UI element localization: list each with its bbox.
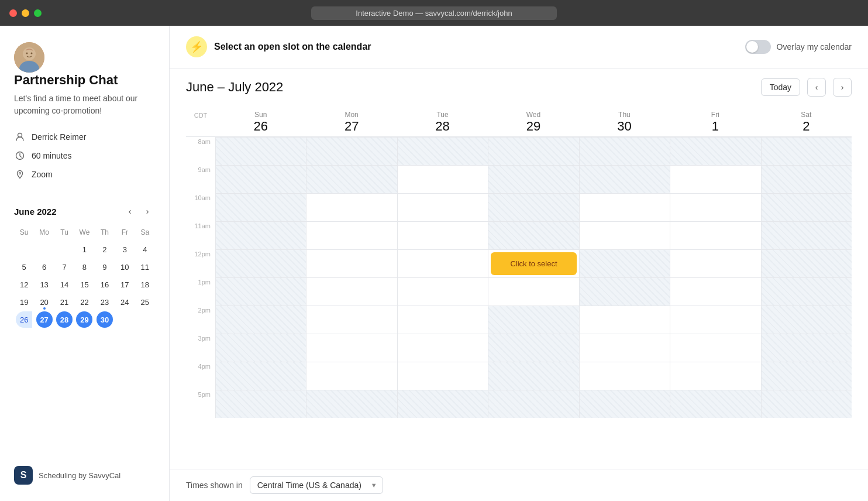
time-12pm: 12pm xyxy=(186,249,215,277)
mini-cal-next[interactable]: › xyxy=(140,204,155,219)
mini-cal-day[interactable]: 4 xyxy=(137,241,153,258)
mini-cal-day[interactable]: 22 xyxy=(76,294,92,310)
window-controls xyxy=(9,9,42,17)
cell-tue-12pm[interactable] xyxy=(397,249,488,277)
cell-mon-11am[interactable] xyxy=(306,221,397,249)
cell-fri-10am[interactable] xyxy=(670,193,760,221)
mini-cal-day[interactable]: 25 xyxy=(137,294,153,310)
cell-thu-10am[interactable] xyxy=(579,193,670,221)
avatar xyxy=(14,42,44,73)
mini-cal-header: June 2022 ‹ › xyxy=(14,204,155,219)
timezone-select[interactable]: Central Time (US & Canada) Eastern Time … xyxy=(250,476,383,494)
cell-mon-4pm[interactable] xyxy=(306,362,397,390)
cell-tue-1pm[interactable] xyxy=(397,277,488,306)
cell-tue-11am[interactable] xyxy=(397,221,488,249)
click-to-select-button[interactable]: Click to select xyxy=(491,252,576,275)
cell-fri-3pm[interactable] xyxy=(670,334,760,362)
mini-cal-day xyxy=(36,241,53,258)
url-bar[interactable]: Interactive Demo — savvycal.com/derrick/… xyxy=(311,6,557,20)
cell-wed-8am xyxy=(488,137,578,165)
toggle-knob xyxy=(746,41,758,53)
cell-tue-4pm[interactable] xyxy=(397,362,488,390)
mini-cal-day[interactable]: 12 xyxy=(16,276,32,293)
cell-sun-10am xyxy=(215,193,306,221)
mini-cal-day-30[interactable]: 30 xyxy=(97,311,113,328)
cell-fri-4pm[interactable] xyxy=(670,362,760,390)
cell-wed-12pm[interactable]: Click to select xyxy=(488,249,578,277)
mini-cal-day-20[interactable]: 20 xyxy=(36,294,53,310)
cell-wed-4pm xyxy=(488,362,578,390)
maximize-dot[interactable] xyxy=(34,9,42,17)
cell-mon-12pm[interactable] xyxy=(306,249,397,277)
cell-thu-2pm[interactable] xyxy=(579,306,670,334)
cell-wed-1pm[interactable] xyxy=(488,277,578,306)
cell-sun-3pm xyxy=(215,334,306,362)
cell-tue-2pm[interactable] xyxy=(397,306,488,334)
overlay-switch[interactable] xyxy=(745,40,771,54)
cell-sun-1pm xyxy=(215,277,306,306)
minimize-dot[interactable] xyxy=(22,9,29,17)
mini-cal-title: June 2022 xyxy=(14,207,57,217)
savvycal-logo: S xyxy=(14,466,33,485)
mini-cal-day[interactable]: 18 xyxy=(137,276,153,293)
cell-sat-12pm xyxy=(761,249,852,277)
time-4pm: 4pm xyxy=(186,362,215,390)
calendar-footer: Times shown in Central Time (US & Canada… xyxy=(170,469,868,501)
mini-cal-day[interactable]: 2 xyxy=(97,241,113,258)
mini-cal-day[interactable]: 19 xyxy=(16,294,32,310)
cell-sun-11am xyxy=(215,221,306,249)
mini-cal-day[interactable]: 21 xyxy=(56,294,73,310)
cell-fri-1pm[interactable] xyxy=(670,277,760,306)
mini-cal-day-29[interactable]: 29 xyxy=(76,311,92,328)
cell-tue-5pm xyxy=(397,390,488,418)
mini-cal-day[interactable]: 5 xyxy=(16,259,32,275)
cell-thu-11am[interactable] xyxy=(579,221,670,249)
cell-fri-9am[interactable] xyxy=(670,165,760,193)
mini-cal-day[interactable]: 13 xyxy=(36,276,53,293)
svg-point-3 xyxy=(23,48,35,60)
mini-cal-day[interactable]: 3 xyxy=(116,241,133,258)
mini-cal-day[interactable]: 23 xyxy=(97,294,113,310)
next-week-button[interactable]: › xyxy=(833,78,852,97)
time-8am: 8am xyxy=(186,137,215,165)
cell-mon-10am[interactable] xyxy=(306,193,397,221)
mini-cal-day[interactable]: 10 xyxy=(116,259,133,275)
prev-week-button[interactable]: ‹ xyxy=(807,78,826,97)
mini-cal-day-27[interactable]: 27 xyxy=(36,311,53,328)
step-label: Select an open slot on the calendar xyxy=(214,42,738,52)
cell-thu-3pm[interactable] xyxy=(579,334,670,362)
mini-cal-day-28[interactable]: 28 xyxy=(56,311,73,328)
mini-cal-day[interactable]: 16 xyxy=(97,276,113,293)
time-2pm: 2pm xyxy=(186,306,215,334)
mini-cal-day[interactable]: 8 xyxy=(76,259,92,275)
cell-thu-4pm[interactable] xyxy=(579,362,670,390)
cell-tue-3pm[interactable] xyxy=(397,334,488,362)
mini-cal-day[interactable]: 6 xyxy=(36,259,53,275)
mini-cal-day[interactable]: 15 xyxy=(76,276,92,293)
cell-mon-5pm xyxy=(306,390,397,418)
cell-fri-12pm[interactable] xyxy=(670,249,760,277)
mini-cal-day[interactable]: 24 xyxy=(116,294,133,310)
mini-cal-day[interactable]: 11 xyxy=(137,259,153,275)
mini-cal-day[interactable]: 17 xyxy=(116,276,133,293)
cell-fri-11am[interactable] xyxy=(670,221,760,249)
time-10am: 10am xyxy=(186,193,215,221)
cell-mon-3pm[interactable] xyxy=(306,334,397,362)
mini-cal-day[interactable]: 14 xyxy=(56,276,73,293)
day-header-tue: Tue 28 xyxy=(397,106,488,137)
mini-cal-prev[interactable]: ‹ xyxy=(122,204,137,219)
cell-tue-9am[interactable] xyxy=(397,165,488,193)
mini-cal-day-26[interactable]: 26 xyxy=(16,311,32,328)
cell-sat-2pm xyxy=(761,306,852,334)
close-dot[interactable] xyxy=(9,9,17,17)
mini-cal-day[interactable]: 1 xyxy=(76,241,92,258)
cell-mon-2pm[interactable] xyxy=(306,306,397,334)
cell-sun-12pm xyxy=(215,249,306,277)
mini-cal-day[interactable]: 9 xyxy=(97,259,113,275)
mini-cal-grid: Su Mo Tu We Th Fr Sa 1 2 3 4 xyxy=(14,226,155,328)
today-button[interactable]: Today xyxy=(761,78,800,96)
cell-fri-2pm[interactable] xyxy=(670,306,760,334)
mini-cal-day[interactable]: 7 xyxy=(56,259,73,275)
cell-tue-10am[interactable] xyxy=(397,193,488,221)
cell-mon-1pm[interactable] xyxy=(306,277,397,306)
